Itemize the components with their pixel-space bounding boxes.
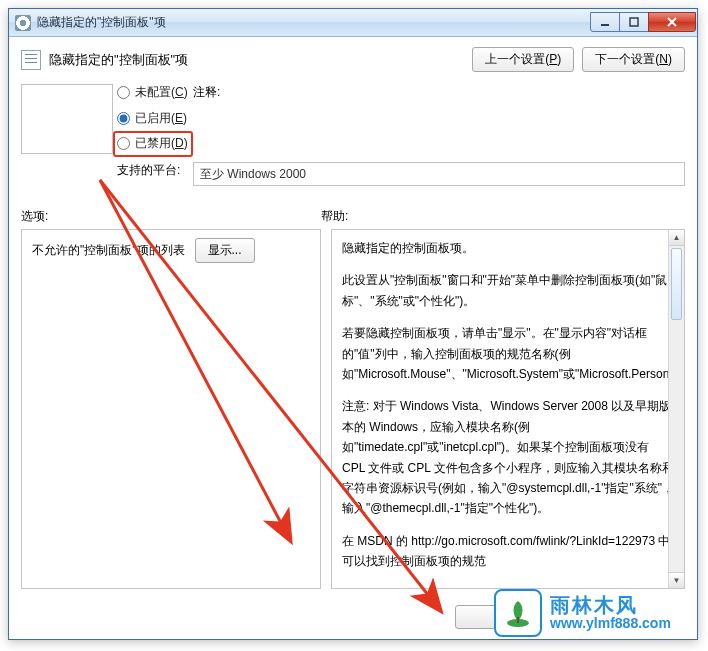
scroll-track[interactable]	[669, 246, 684, 572]
comment-textarea[interactable]	[21, 84, 113, 154]
help-paragraph: 隐藏指定的控制面板项。	[342, 238, 674, 258]
document-icon	[21, 50, 41, 70]
show-button[interactable]: 显示...	[195, 238, 255, 263]
radio-disabled[interactable]: 已禁用(D)	[117, 135, 188, 152]
minimize-button[interactable]	[590, 12, 620, 32]
previous-setting-button[interactable]: 上一个设置(P)	[472, 47, 574, 72]
help-scrollbar[interactable]: ▲ ▼	[668, 230, 684, 588]
window-title: 隐藏指定的"控制面板"项	[37, 14, 591, 31]
scroll-thumb[interactable]	[671, 248, 682, 320]
policy-dialog: 隐藏指定的"控制面板"项 隐藏指定的"控制面板"项 上一个设置(P) 下一个设置…	[8, 8, 698, 640]
scroll-up-button[interactable]: ▲	[669, 230, 684, 246]
platform-label: 支持的平台:	[117, 162, 189, 179]
platform-value: 至少 Windows 2000	[193, 162, 685, 186]
title-bar: 隐藏指定的"控制面板"项	[9, 9, 697, 37]
close-button[interactable]	[648, 12, 696, 32]
maximize-button[interactable]	[619, 12, 649, 32]
disallowed-list-label: 不允许的"控制面板"项的列表	[32, 242, 185, 259]
next-setting-button[interactable]: 下一个设置(N)	[582, 47, 685, 72]
options-label: 选项:	[21, 208, 321, 225]
radio-disabled-input[interactable]	[117, 137, 130, 150]
radio-not-configured-input[interactable]	[117, 86, 130, 99]
window-buttons	[591, 12, 696, 34]
help-paragraph: 注意: 对于 Windows Vista、Windows Server 2008…	[342, 396, 674, 518]
policy-title: 隐藏指定的"控制面板"项	[49, 51, 188, 69]
radio-enabled-input[interactable]	[117, 112, 130, 125]
svg-rect-1	[630, 18, 638, 26]
options-panel: 不允许的"控制面板"项的列表 显示...	[21, 229, 321, 589]
client-area: 隐藏指定的"控制面板"项 上一个设置(P) 下一个设置(N) 未配置(C) 注释…	[9, 37, 697, 601]
ok-button[interactable]	[455, 605, 537, 629]
help-label: 帮助:	[321, 208, 348, 225]
help-panel: 隐藏指定的控制面板项。 此设置从"控制面板"窗口和"开始"菜单中删除控制面板项(…	[331, 229, 685, 589]
comment-label: 注释:	[193, 84, 685, 101]
help-paragraph: 若要隐藏控制面板项，请单击"显示"。在"显示内容"对话框的"值"列中，输入控制面…	[342, 323, 674, 384]
help-paragraph: 此设置从"控制面板"窗口和"开始"菜单中删除控制面板项(如"鼠标"、"系统"或"…	[342, 270, 674, 311]
app-icon	[15, 15, 31, 31]
radio-enabled[interactable]: 已启用(E)	[117, 110, 189, 127]
help-paragraph: 在 MSDN 的 http://go.microsoft.com/fwlink/…	[342, 531, 674, 572]
svg-rect-0	[601, 24, 609, 26]
radio-not-configured[interactable]: 未配置(C)	[117, 84, 189, 101]
scroll-down-button[interactable]: ▼	[669, 572, 684, 588]
